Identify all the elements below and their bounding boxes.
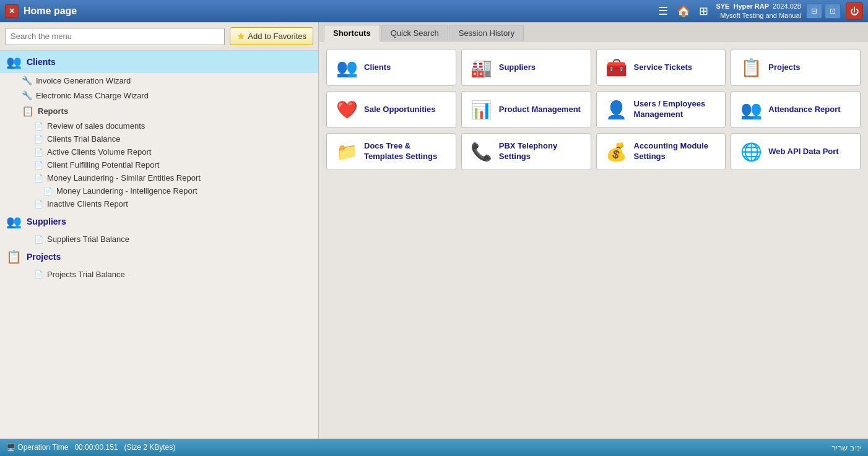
shortcut-tile-projects[interactable]: 📋 Projects [731, 49, 861, 86]
status-bar: 🖥️ Operation Time 00:00:00.151 (Size 2 K… [0, 439, 868, 456]
suppliers-trial-balance[interactable]: 📄 Suppliers Trial Balance [0, 233, 318, 246]
search-input[interactable] [5, 28, 225, 45]
add-to-favorites-button[interactable]: ★ Add to Favorites [230, 27, 313, 45]
shortcut-tile-suppliers[interactable]: 🏭 Suppliers [461, 49, 591, 86]
review-sales-docs[interactable]: 📄 Review of sales documents [0, 119, 318, 132]
doc4-icon: 📄 [34, 161, 43, 170]
shortcut-tile-attendance-report[interactable]: 👥 Attendance Report [731, 91, 861, 128]
shortcut-tile-service-tickets[interactable]: 🧰 Service Tickets [596, 49, 726, 86]
star-icon: ★ [237, 30, 245, 42]
title-icons: ☰ 🏠 ⊞ [656, 3, 711, 19]
doc3-icon: 📄 [34, 148, 43, 157]
shortcut-tile-pbx-telephony[interactable]: 📞 PBX Telephony Settings [461, 133, 591, 170]
shortcut-icon-product-management: 📊 [471, 100, 493, 120]
clients-section-icon: 👥 [6, 54, 22, 69]
doc-icon: 📄 [34, 122, 43, 131]
shortcut-icon-suppliers: 🏭 [471, 58, 493, 78]
status-user: יניב שריר [831, 443, 862, 452]
main-layout: ★ Add to Favorites 👥 Clients 🔧 Invoice G… [0, 22, 868, 439]
right-panel: Shortcuts Quick Search Session History 👥… [319, 22, 868, 439]
maximize-button[interactable]: ⊡ [825, 4, 841, 19]
clients-trial-balance[interactable]: 📄 Clients Trial Balance [0, 132, 318, 145]
shortcut-icon-clients: 👥 [336, 58, 358, 78]
shortcuts-grid: 👥 Clients 🏭 Suppliers 🧰 Service Tickets … [319, 41, 868, 178]
grid-icon[interactable]: ⊞ [697, 3, 711, 19]
shortcut-icon-docs-tree: 📁 [336, 142, 358, 162]
close-button[interactable]: ✕ [5, 4, 19, 18]
tab-shortcuts[interactable]: Shortcuts [324, 25, 380, 41]
sidebar-section-clients[interactable]: 👥 Clients [0, 51, 318, 73]
shortcut-label-docs-tree: Docs Tree & Templates Settings [364, 141, 447, 162]
status-left: 🖥️ Operation Time 00:00:00.151 (Size 2 K… [6, 443, 175, 452]
shortcut-label-users-employees: Users / Employees Management [634, 99, 717, 120]
shortcut-label-suppliers: Suppliers [499, 62, 536, 73]
reports-subsection: 📋 Reports [0, 103, 318, 119]
title-bar: ✕ Home page ☰ 🏠 ⊞ SYE Hyper RAP 2024.028… [0, 0, 868, 22]
sidebar-header: ★ Add to Favorites [0, 22, 318, 51]
shortcut-label-sale-opportunities: Sale Opportunities [364, 105, 436, 115]
wrench2-icon: 🔧 [22, 90, 32, 100]
wrench-icon: 🔧 [22, 75, 32, 85]
sidebar-section-projects[interactable]: 📋 Projects [0, 246, 318, 268]
doc8-icon: 📄 [34, 235, 43, 244]
inactive-clients-report[interactable]: 📄 Inactive Clients Report [0, 197, 318, 210]
shortcut-label-product-management: Product Management [499, 105, 581, 115]
sidebar-section-suppliers[interactable]: 👥 Suppliers [0, 210, 318, 233]
doc2-icon: 📄 [34, 135, 43, 144]
shortcut-icon-pbx-telephony: 📞 [471, 142, 493, 162]
menu-icon[interactable]: ☰ [656, 3, 671, 19]
power-button[interactable]: ⏻ [846, 2, 863, 20]
projects-section-icon: 📋 [6, 249, 22, 264]
reports-icon: 📋 [22, 105, 34, 117]
shortcut-tile-web-api[interactable]: 🌐 Web API Data Port [731, 133, 861, 170]
home-icon[interactable]: 🏠 [674, 3, 693, 19]
app-title: Home page [24, 6, 651, 17]
shortcut-icon-web-api: 🌐 [740, 142, 762, 162]
shortcut-icon-projects: 📋 [740, 58, 762, 78]
doc6-icon: 📄 [43, 187, 53, 196]
window-buttons: ⊟ ⊡ [806, 4, 841, 19]
shortcut-tile-docs-tree[interactable]: 📁 Docs Tree & Templates Settings [326, 133, 456, 170]
electronic-mass-charge-wizard[interactable]: 🔧 Electronic Mass Charge Wizard [0, 88, 318, 103]
shortcut-label-service-tickets: Service Tickets [634, 62, 692, 73]
sidebar: ★ Add to Favorites 👥 Clients 🔧 Invoice G… [0, 22, 319, 439]
shortcut-tile-sale-opportunities[interactable]: ❤️ Sale Opportunities [326, 91, 456, 128]
shortcut-label-accounting: Accounting Module Settings [634, 141, 717, 162]
shortcut-icon-service-tickets: 🧰 [605, 58, 628, 78]
sidebar-content: 👥 Clients 🔧 Invoice Generation Wizard 🔧 … [0, 51, 318, 439]
sidebar-scroll[interactable]: 👥 Clients 🔧 Invoice Generation Wizard 🔧 … [0, 51, 318, 439]
shortcut-label-clients: Clients [364, 62, 391, 73]
shortcut-icon-users-employees: 👤 [605, 100, 628, 120]
restore-button[interactable]: ⊟ [806, 4, 822, 19]
shortcut-tile-product-management[interactable]: 📊 Product Management [461, 91, 591, 128]
shortcut-tile-users-employees[interactable]: 👤 Users / Employees Management [596, 91, 726, 128]
tabs-bar: Shortcuts Quick Search Session History [319, 22, 868, 41]
shortcut-tile-accounting[interactable]: 💰 Accounting Module Settings [596, 133, 726, 170]
money-laundering-intelligence[interactable]: 📄 Money Laundering - Intelligence Report [0, 184, 318, 197]
shortcut-label-projects: Projects [768, 62, 800, 73]
computer-icon: 🖥️ [6, 443, 15, 452]
user-info: SYE Hyper RAP 2024.028 Mysoft Testing an… [716, 2, 801, 21]
shortcut-icon-accounting: 💰 [605, 142, 628, 162]
shortcut-icon-sale-opportunities: ❤️ [336, 100, 358, 120]
shortcut-label-pbx-telephony: PBX Telephony Settings [499, 141, 582, 162]
projects-trial-balance[interactable]: 📄 Projects Trial Balance [0, 268, 318, 281]
tab-quick-search[interactable]: Quick Search [381, 25, 448, 41]
shortcut-label-web-api: Web API Data Port [768, 147, 838, 157]
shortcut-label-attendance-report: Attendance Report [768, 105, 840, 115]
shortcut-icon-attendance-report: 👥 [740, 100, 762, 120]
doc5-icon: 📄 [34, 174, 43, 183]
suppliers-section-icon: 👥 [6, 214, 22, 229]
active-clients-volume[interactable]: 📄 Active Clients Volume Report [0, 145, 318, 158]
tab-session-history[interactable]: Session History [449, 25, 524, 41]
invoice-generation-wizard[interactable]: 🔧 Invoice Generation Wizard [0, 73, 318, 88]
doc9-icon: 📄 [34, 270, 43, 279]
money-laundering-similar[interactable]: 📄 Money Laundering - Similar Entities Re… [0, 171, 318, 184]
shortcut-tile-clients[interactable]: 👥 Clients [326, 49, 456, 86]
client-fulfilling-potential[interactable]: 📄 Client Fulfilling Potential Report [0, 158, 318, 171]
doc7-icon: 📄 [34, 200, 43, 209]
